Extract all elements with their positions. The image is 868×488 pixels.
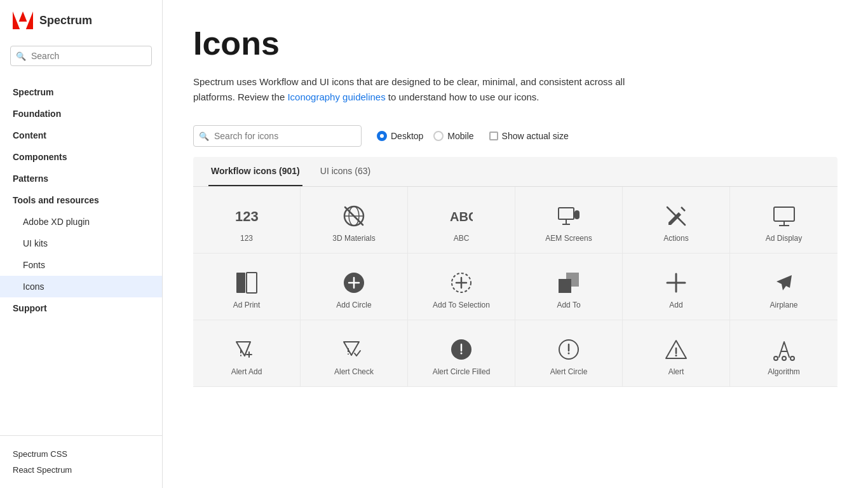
show-actual-size-label[interactable]: Show actual size	[489, 131, 569, 141]
icon-3d-materials	[342, 205, 365, 227]
icon-label-alert-circle-filled: Alert Circle Filled	[433, 367, 491, 376]
filter-bar: 🔍 Desktop Mobile Show actual size	[193, 125, 837, 147]
svg-text:123: 123	[235, 208, 258, 224]
svg-point-46	[782, 356, 786, 360]
tab-workflow-icons[interactable]: Workflow icons (901)	[208, 157, 302, 186]
sidebar-item-fonts[interactable]: Fonts	[0, 254, 162, 276]
icon-cell-actions[interactable]: Actions	[623, 187, 730, 254]
spectrum-css-link[interactable]: Spectrum CSS	[13, 446, 149, 462]
app-name: Spectrum	[39, 14, 92, 27]
icons-panel: Workflow icons (901) UI icons (63) 123 1…	[193, 157, 837, 387]
show-actual-size-checkbox[interactable]	[489, 132, 498, 140]
sidebar-item-tools-and-resources[interactable]: Tools and resources	[0, 189, 162, 211]
svg-rect-27	[566, 273, 579, 287]
icon-add	[665, 271, 688, 294]
icon-123: 123	[235, 205, 258, 227]
sidebar-search-input[interactable]	[10, 46, 152, 66]
svg-line-13	[681, 207, 685, 211]
svg-text:ABC: ABC	[450, 210, 473, 224]
icon-cell-3d-materials[interactable]: 3D Materials	[301, 187, 408, 254]
icon-alert-check	[342, 338, 365, 361]
sidebar-item-support[interactable]: Support	[0, 297, 162, 319]
icon-add-circle	[342, 271, 365, 294]
page-description: Spectrum uses Workflow and UI icons that…	[193, 74, 651, 105]
icon-label-ad-display: Ad Display	[766, 234, 802, 243]
icon-add-to	[557, 271, 580, 294]
icon-label-ad-print: Ad Print	[233, 301, 261, 309]
svg-point-43	[675, 355, 677, 356]
mobile-radio[interactable]	[433, 131, 444, 141]
svg-point-47	[790, 356, 794, 360]
search-icon: 🔍	[16, 51, 26, 61]
icons-grid: 123 123 3D Materials	[193, 187, 837, 387]
icon-label-3d-materials: 3D Materials	[332, 234, 375, 243]
icon-label-alert: Alert	[668, 367, 684, 376]
icon-cell-aem-screens[interactable]: AEM Screens	[515, 187, 623, 254]
desktop-radio[interactable]	[377, 131, 387, 141]
svg-rect-19	[247, 273, 257, 293]
icon-label-abc: ABC	[454, 234, 470, 243]
svg-rect-18	[236, 273, 245, 293]
svg-rect-15	[774, 207, 794, 221]
icon-cell-ad-print[interactable]: Ad Print	[193, 254, 301, 320]
icon-cell-alert-check[interactable]: Alert Check	[301, 320, 408, 387]
size-radio-group: Desktop Mobile	[377, 131, 474, 141]
icon-cell-algorithm[interactable]: Algorithm	[730, 320, 837, 387]
sidebar-item-ui-kits[interactable]: UI kits	[0, 233, 162, 254]
sidebar-item-components[interactable]: Components	[0, 146, 162, 168]
icon-cell-add-circle[interactable]: Add Circle	[301, 254, 408, 320]
sidebar-item-foundation[interactable]: Foundation	[0, 103, 162, 125]
react-spectrum-link[interactable]: React Spectrum	[13, 462, 149, 478]
main-content: Icons Spectrum uses Workflow and UI icon…	[163, 0, 868, 488]
page-title: Icons	[193, 25, 837, 62]
icon-alert-add	[235, 338, 258, 361]
sidebar-item-content[interactable]: Content	[0, 125, 162, 146]
sidebar-search[interactable]: 🔍	[10, 46, 152, 66]
desc-suffix: to understand how to use our icons.	[386, 92, 539, 102]
icon-cell-add-to[interactable]: Add To	[515, 254, 623, 320]
icon-tabs: Workflow icons (901) UI icons (63)	[193, 157, 837, 187]
sidebar-item-patterns[interactable]: Patterns	[0, 168, 162, 189]
icon-label-alert-check: Alert Check	[334, 367, 374, 376]
sidebar: Spectrum 🔍 Spectrum Foundation Content C…	[0, 0, 163, 488]
svg-rect-12	[574, 210, 580, 219]
icon-cell-airplane[interactable]: Airplane	[730, 254, 837, 320]
icon-cell-alert-add[interactable]: Alert Add	[193, 320, 301, 387]
icon-ad-display	[773, 205, 796, 227]
desktop-label: Desktop	[391, 131, 423, 141]
icon-cell-abc[interactable]: ABC ABC	[408, 187, 515, 254]
sidebar-footer: Spectrum CSS React Spectrum	[0, 435, 162, 488]
svg-rect-9	[559, 208, 574, 219]
icon-alert-circle	[557, 338, 580, 361]
icon-label-add-to: Add To	[557, 301, 580, 309]
icon-cell-alert-circle[interactable]: Alert Circle	[515, 320, 623, 387]
mobile-radio-label[interactable]: Mobile	[433, 131, 473, 141]
icon-label-actions: Actions	[663, 234, 688, 243]
icon-search-input[interactable]	[193, 125, 362, 147]
icon-cell-alert[interactable]: Alert	[623, 320, 730, 387]
icon-label-airplane: Airplane	[770, 301, 797, 309]
icon-actions	[665, 205, 688, 227]
desktop-radio-label[interactable]: Desktop	[377, 131, 423, 141]
tab-ui-icons[interactable]: UI icons (63)	[318, 157, 373, 186]
icon-cell-123[interactable]: 123 123	[193, 187, 301, 254]
icon-aem-screens	[557, 205, 580, 227]
icon-search[interactable]: 🔍	[193, 125, 362, 147]
icon-cell-add-to-selection[interactable]: Add To Selection	[408, 254, 515, 320]
svg-marker-2	[19, 11, 27, 22]
icon-cell-add[interactable]: Add	[623, 254, 730, 320]
sidebar-item-spectrum[interactable]: Spectrum	[0, 81, 162, 103]
svg-marker-0	[13, 11, 20, 29]
svg-marker-1	[26, 11, 33, 29]
app-logo: Spectrum	[0, 0, 162, 41]
icon-add-to-selection	[450, 271, 473, 294]
sidebar-nav: Spectrum Foundation Content Components P…	[0, 76, 162, 435]
svg-point-41	[568, 353, 570, 355]
sidebar-item-icons[interactable]: Icons	[0, 276, 162, 297]
icon-cell-ad-display[interactable]: Ad Display	[730, 187, 837, 254]
icon-label-algorithm: Algorithm	[768, 367, 800, 376]
icon-cell-alert-circle-filled[interactable]: Alert Circle Filled	[408, 320, 515, 387]
sidebar-item-adobe-xd-plugin[interactable]: Adobe XD plugin	[0, 211, 162, 233]
icon-abc: ABC	[450, 205, 473, 227]
iconography-guidelines-link[interactable]: Iconography guidelines	[287, 92, 385, 102]
